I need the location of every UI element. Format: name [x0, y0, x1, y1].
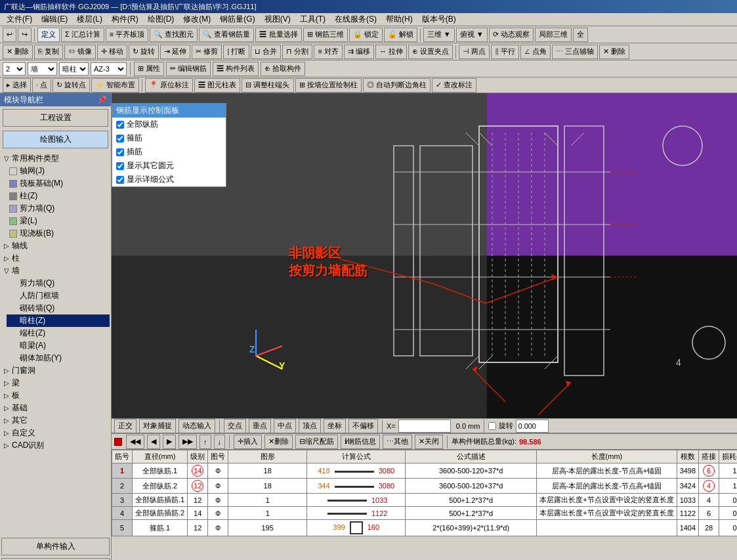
btn-draw-input[interactable]: 绘图输入 — [3, 131, 108, 148]
btn-twopoint[interactable]: ⊣ 两点 — [459, 45, 490, 59]
floor-select[interactable]: 2 — [3, 62, 26, 75]
btn-parallel[interactable]: ∥ 平行 — [491, 45, 519, 59]
btn-pickup[interactable]: ⊕ 拾取构件 — [261, 62, 305, 76]
menu-version[interactable]: 版本号(B) — [418, 13, 460, 26]
sidebar-item-colgrp[interactable]: ▷ 柱 — [1, 252, 110, 265]
sidebar-item-other[interactable]: ▷ 其它 — [1, 414, 110, 427]
btn-objsnap[interactable]: 对象捕捉 — [139, 419, 176, 433]
btn-merge[interactable]: ⊔ 合并 — [251, 45, 281, 59]
menu-help[interactable]: 帮助(H) — [382, 13, 417, 26]
btn-batchselect[interactable]: ☰ 批量选择 — [255, 28, 301, 42]
btn-all[interactable]: 全 — [573, 28, 588, 42]
btn-delete[interactable]: ✕ 删除 — [3, 45, 33, 59]
table-row[interactable]: 3 全部纵筋插筋.1 12 Ф 1 1033 500+1.2*37*d 本层露出… — [112, 494, 738, 507]
comp-type-select[interactable]: 墙 — [28, 62, 57, 75]
btn-dynin[interactable]: 动态输入 — [179, 419, 215, 433]
btn-eng-settings[interactable]: 工程设置 — [3, 109, 108, 127]
sidebar-item-brickadd[interactable]: 砌体加筋(Y) — [7, 352, 110, 364]
btn-pointangle[interactable]: ∠ 点角 — [520, 45, 551, 59]
sidebar-item-common[interactable]: ▽ 常用构件类型 — [1, 152, 110, 165]
btn-close-panel[interactable]: ✕ 关闭 — [415, 435, 443, 449]
btn-rotpt[interactable]: ↻ 旋转点 — [53, 78, 90, 93]
btn-flatroof[interactable]: ≡ 平齐板顶 — [106, 28, 148, 42]
btn-nav-down[interactable]: ↓ — [214, 435, 226, 449]
btn-smart[interactable]: ⚡ 智能布置 — [91, 78, 139, 93]
sidebar-item-darkbeam[interactable]: 暗梁(A) — [7, 339, 110, 352]
btn-define[interactable]: 定义 — [37, 28, 60, 42]
btn-single-comp[interactable]: 单构件输入 — [1, 538, 110, 555]
menu-tools[interactable]: 工具(T) — [296, 13, 329, 26]
btn-setgrip[interactable]: ⊕ 设置夹点 — [408, 45, 453, 59]
menu-view[interactable]: 视图(V) — [261, 13, 295, 26]
sidebar-item-axis[interactable]: 轴网(J) — [7, 165, 110, 177]
btn-coordinate[interactable]: 坐标 — [324, 419, 346, 433]
btn-nav-first[interactable]: ◀◀ — [126, 435, 144, 449]
sidebar-item-wallgrp[interactable]: ▽ 墙 — [1, 265, 110, 277]
sidebar-pin-icon[interactable]: 📌 — [97, 95, 107, 104]
rebar-table-scroll[interactable]: 筋号 直径(mm) 级别 图号 图形 计算公式 公式描述 长度(mm) 根数 搭… — [112, 450, 737, 560]
btn-edit-rebar[interactable]: ✏ 编辑钢筋 — [166, 62, 211, 76]
check-insert[interactable]: 插筋 — [112, 145, 226, 159]
btn-coltable[interactable]: ☰ 图元柱表 — [194, 78, 240, 93]
btn-adjustend[interactable]: ⊟ 调整柱端头 — [242, 78, 293, 93]
btn-intersection[interactable]: 交点 — [224, 419, 246, 433]
btn-unlock[interactable]: 🔓 解锁 — [384, 28, 417, 42]
sidebar-item-axisline[interactable]: ▷ 轴线 — [1, 240, 110, 252]
btn-ortho[interactable]: 正交 — [114, 419, 137, 433]
btn-trim[interactable]: ✂ 修剪 — [192, 45, 222, 59]
menu-modify[interactable]: 修改(M) — [179, 13, 215, 26]
btn-origmark[interactable]: 📍 原位标注 — [145, 78, 193, 93]
btn-midpoint[interactable]: 中点 — [274, 419, 296, 433]
comp-id-select[interactable]: AZ-3 — [91, 62, 127, 75]
check-other[interactable]: 显示其它圆元 — [112, 159, 226, 173]
menu-draw[interactable]: 绘图(D) — [144, 13, 179, 26]
btn-rotate[interactable]: ↻ 旋转 — [129, 45, 159, 59]
sidebar-item-beam[interactable]: 梁(L) — [7, 215, 110, 227]
btn-nav-prev[interactable]: ◀ — [147, 435, 160, 449]
chk-other[interactable] — [116, 162, 124, 170]
btn-redo[interactable]: ↪ — [18, 28, 32, 42]
btn-local3d[interactable]: 局部三维 — [535, 28, 572, 42]
btn-3d[interactable]: 三维 ▼ — [423, 28, 455, 42]
chk-formula[interactable] — [116, 176, 124, 184]
btn-undo[interactable]: ↩ — [3, 28, 16, 42]
btn-nav-up[interactable]: ↑ — [200, 435, 211, 449]
sidebar-item-custom[interactable]: ▷ 自定义 — [1, 427, 110, 439]
btn-rebar3d[interactable]: ⊞ 钢筋三维 — [303, 28, 348, 42]
sidebar-item-darkcol[interactable]: 暗柱(Z) — [7, 314, 110, 327]
btn-view[interactable]: 俯视 ▼ — [456, 28, 488, 42]
sidebar-item-doorwin[interactable]: ▷ 门窗洞 — [1, 364, 110, 377]
table-row[interactable]: 2 全部纵筋.2 12 Ф 18 344 3080 3600-500-120+3… — [112, 479, 738, 494]
btn-nav-last[interactable]: ▶▶ — [179, 435, 197, 449]
x-input[interactable] — [398, 420, 451, 433]
btn-offset[interactable]: ⇉ 编移 — [344, 45, 374, 59]
btn-select[interactable]: ▸ 选择 — [3, 78, 31, 93]
chk-insert[interactable] — [116, 148, 124, 156]
menu-floor[interactable]: 楼层(L) — [73, 13, 106, 26]
table-row[interactable]: 5 箍筋.1 12 Ф 195 399 160 2*(160+399)+2*(1… — [112, 520, 738, 536]
btn-checkrebar[interactable]: 🔍 查看钢筋量 — [199, 28, 254, 42]
btn-lock[interactable]: 🔒 锁定 — [349, 28, 383, 42]
sidebar-item-brick[interactable]: 砌砖墙(Q) — [7, 302, 110, 314]
btn-align[interactable]: ≡ 对齐 — [314, 45, 342, 59]
check-stirrup[interactable]: 箍筋 — [112, 131, 226, 145]
menu-edit[interactable]: 编辑(E) — [37, 13, 72, 26]
rotate-check[interactable] — [488, 422, 496, 430]
btn-checkdraw[interactable]: 🔍 查找图元 — [150, 28, 198, 42]
sidebar-item-slab2[interactable]: ▷ 板 — [1, 389, 110, 402]
table-row[interactable]: 4 全部纵筋插筋.2 14 Ф 1 1122 500+1.2*37*d 本层露出… — [112, 507, 738, 520]
cad-viewport[interactable]: 4 Z Y — [112, 93, 737, 418]
btn-point[interactable]: · 点 — [32, 78, 51, 93]
chk-all-longit[interactable] — [116, 121, 124, 129]
sidebar-item-endcol[interactable]: 端柱(Z) — [7, 327, 110, 339]
btn-other[interactable]: ⋯ 其他 — [383, 435, 412, 449]
btn-extend[interactable]: ⇥ 延伸 — [160, 45, 190, 59]
btn-property[interactable]: ⊞ 属性 — [134, 62, 164, 76]
menu-online[interactable]: 在线服务(S) — [331, 13, 381, 26]
btn-drawbywallpos[interactable]: ⊞ 按墙位置绘制柱 — [295, 78, 362, 93]
btn-split[interactable]: ⊓ 分割 — [282, 45, 312, 59]
btn-rebar-info[interactable]: ℹ 钢筋信息 — [341, 435, 380, 449]
sidebar-item-beam2[interactable]: ▷ 梁 — [1, 377, 110, 389]
rotate-input[interactable] — [516, 420, 549, 433]
btn-nooffset[interactable]: 不偏移 — [348, 419, 378, 433]
